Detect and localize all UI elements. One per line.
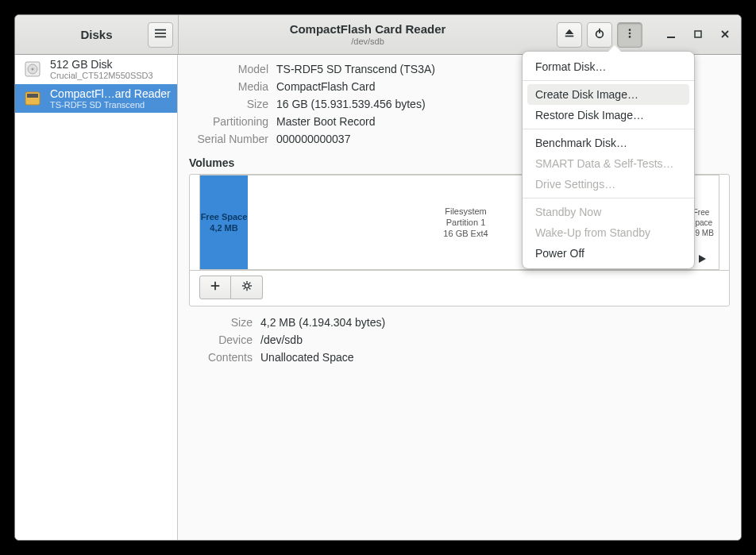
svg-rect-4	[565, 35, 574, 37]
eject-button[interactable]	[557, 22, 582, 48]
menu-format-disk[interactable]: Format Disk…	[523, 56, 694, 77]
sidebar-item-sublabel: Crucial_CT512M550SSD3	[50, 71, 153, 81]
drive-menu-button[interactable]	[617, 22, 642, 48]
label-media: Media	[189, 80, 268, 93]
headerbar-right	[557, 22, 741, 48]
value-sel-device: /dev/sdb	[260, 333, 730, 346]
close-button[interactable]	[714, 24, 736, 46]
svg-rect-0	[155, 29, 166, 31]
svg-rect-11	[695, 31, 701, 37]
volume-toolbar	[190, 270, 729, 306]
mount-button[interactable]	[697, 252, 707, 267]
plus-icon	[210, 280, 221, 295]
maximize-button[interactable]	[687, 24, 709, 46]
svg-rect-6	[599, 28, 600, 33]
app-title: Disks	[80, 28, 112, 41]
headerbar-left: Disks	[15, 15, 178, 54]
play-icon	[697, 252, 707, 266]
sidebar-item-cf-reader[interactable]: CompactFl…ard Reader TS-RDF5 SD Transcen…	[15, 84, 177, 114]
label-partitioning: Partitioning	[189, 115, 268, 128]
maximize-icon	[693, 28, 703, 42]
menu-power-off[interactable]: Power Off	[523, 243, 694, 264]
menu-smart-data: SMART Data & Self-Tests…	[523, 153, 694, 174]
drive-menu-popover: Format Disk… Create Disk Image… Restore …	[522, 51, 695, 269]
svg-line-28	[249, 288, 250, 290]
power-button[interactable]	[587, 22, 612, 48]
svg-point-8	[629, 32, 631, 34]
sidebar-item-label: 512 GB Disk	[50, 58, 153, 71]
cf-card-icon	[21, 87, 44, 110]
svg-point-9	[629, 36, 631, 38]
menu-separator	[523, 80, 694, 81]
svg-line-29	[249, 283, 250, 284]
menu-wake-up: Wake-Up from Standby	[523, 222, 694, 243]
svg-line-27	[243, 283, 245, 284]
kebab-icon	[624, 28, 635, 42]
page-title: CompactFlash Card Reader	[290, 23, 446, 37]
sidebar-item-label: CompactFl…ard Reader	[50, 87, 171, 100]
selection-info: Size 4,2 MB (4.194.304 bytes) Device /de…	[189, 316, 730, 364]
svg-rect-21	[211, 285, 220, 287]
label-sel-device: Device	[189, 333, 253, 346]
page-subtitle: /dev/sdb	[351, 37, 384, 46]
gear-icon	[241, 280, 253, 295]
menu-create-disk-image[interactable]: Create Disk Image…	[527, 84, 689, 105]
svg-line-30	[243, 288, 245, 290]
menu-separator	[523, 129, 694, 129]
svg-point-16	[32, 68, 34, 71]
menu-standby-now: Standby Now	[523, 202, 694, 222]
volume-segment-free-left[interactable]: Free Space 4,2 MB	[200, 175, 248, 269]
svg-point-7	[629, 29, 631, 31]
create-partition-button[interactable]	[199, 276, 231, 299]
label-serial: Serial Number	[189, 133, 268, 145]
minimize-button[interactable]	[660, 24, 682, 46]
svg-marker-3	[565, 29, 574, 33]
sidebar-item-disk-512gb[interactable]: 512 GB Disk Crucial_CT512M550SSD3	[15, 55, 177, 84]
minimize-icon	[666, 28, 676, 42]
label-size: Size	[189, 98, 268, 110]
svg-point-22	[245, 283, 249, 287]
power-icon	[594, 28, 605, 42]
svg-marker-19	[699, 255, 706, 263]
menu-drive-settings: Drive Settings…	[523, 174, 694, 195]
close-icon	[720, 28, 730, 42]
app-menu-button[interactable]	[148, 22, 173, 48]
menu-restore-disk-image[interactable]: Restore Disk Image…	[523, 105, 694, 125]
menu-benchmark-disk[interactable]: Benchmark Disk…	[523, 133, 694, 153]
label-sel-contents: Contents	[189, 351, 253, 364]
value-sel-size: 4,2 MB (4.194.304 bytes)	[260, 316, 730, 329]
svg-rect-18	[27, 94, 38, 98]
svg-rect-10	[667, 37, 675, 38]
volume-settings-button[interactable]	[231, 276, 263, 299]
eject-icon	[564, 28, 575, 42]
hdd-icon	[21, 58, 44, 80]
hamburger-icon	[155, 28, 166, 42]
svg-rect-2	[155, 37, 166, 38]
value-sel-contents: Unallocated Space	[260, 351, 730, 364]
label-model: Model	[189, 63, 268, 75]
sidebar-item-sublabel: TS-RDF5 SD Transcend	[50, 100, 171, 110]
headerbar-center: CompactFlash Card Reader /dev/sdb	[179, 23, 557, 46]
headerbar: Disks CompactFlash Card Reader /dev/sdb	[15, 15, 741, 55]
device-sidebar: 512 GB Disk Crucial_CT512M550SSD3 Compac…	[15, 55, 178, 540]
label-sel-size: Size	[189, 316, 253, 329]
svg-rect-1	[155, 33, 166, 34]
menu-separator	[523, 198, 694, 198]
